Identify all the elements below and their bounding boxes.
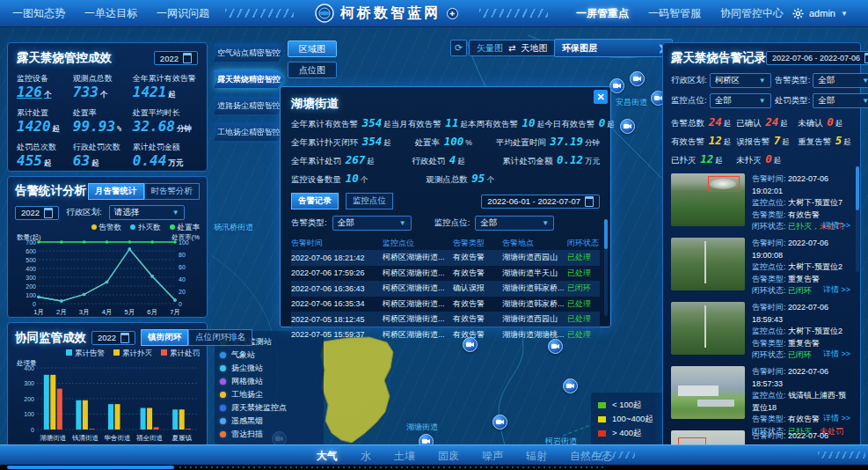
username[interactable]: admin xyxy=(809,8,835,18)
mode-button-0[interactable]: 空气站点精密智控 xyxy=(214,44,284,62)
table-vscrollbar[interactable] xyxy=(604,219,608,316)
gear-icon[interactable] xyxy=(792,8,804,19)
cards-vscrollbar[interactable] xyxy=(856,166,859,272)
camera-marker-icon[interactable] xyxy=(620,119,635,134)
popup-date-range-picker[interactable]: 2022-06-01 - 2022-07-07 xyxy=(481,195,600,209)
alarm-card[interactable]: 告警时间: 2022-07-06 19:00:08监控点位: 大树下-预置位2告… xyxy=(671,238,852,296)
nav-item-2[interactable]: 一网识问题 xyxy=(157,6,209,21)
table-row[interactable]: 2022-07-05 18:12:45柯桥区湖塘街道...有效告警湖塘街道西园山… xyxy=(291,312,600,327)
alarm-photo[interactable] xyxy=(671,366,745,419)
mode-button-1[interactable]: 露天禁烧精密智控 xyxy=(214,70,284,88)
view-button-1[interactable]: 点位图 xyxy=(288,62,337,78)
popup-tab-1[interactable]: 监控点位 xyxy=(346,193,393,209)
alarm-detail-link[interactable]: 详情 >> xyxy=(823,220,850,232)
alarm-photo[interactable] xyxy=(671,238,745,290)
kpi-value[interactable]: 126个 xyxy=(17,84,51,100)
year-picker[interactable]: 2022 xyxy=(154,51,198,65)
record-filter-select[interactable]: 全部▼ xyxy=(813,93,868,108)
layer-dot-icon xyxy=(220,405,226,411)
year-picker[interactable]: 2022 xyxy=(91,331,135,345)
camera-marker-icon[interactable] xyxy=(609,78,624,93)
alarm-type-label: 告警类型: xyxy=(752,415,788,423)
table-row[interactable]: 2022-07-06 18:21:42柯桥区湖塘街道...有效告警湖塘街道西园山… xyxy=(291,250,600,266)
record-filter-value: 全部 xyxy=(818,75,835,86)
alarm-card-info: 告警时间: 2022-07-06 19:00:08监控点位: 大树下-预置位2告… xyxy=(752,238,852,296)
popup-tab-0[interactable]: 告警记录 xyxy=(291,193,339,209)
record-stat-unit: 起 xyxy=(724,137,732,146)
alarm-card[interactable]: 告警时间: 2022-07-06 19:02:01监控点位: 大树下-预置位7告… xyxy=(671,173,852,231)
alarm-detail-link[interactable]: 详情 >> xyxy=(823,284,850,297)
legend-label: 累计告警 xyxy=(75,349,105,357)
basemap-vector-label[interactable]: 矢量图 xyxy=(477,42,503,55)
alarm-detail-link[interactable]: 详情 >> xyxy=(823,413,850,425)
bottom-tab-5[interactable]: 辐射 xyxy=(526,449,547,464)
chevron-down-icon: ▼ xyxy=(542,219,549,227)
region-filter-label: 行政区划: xyxy=(66,207,102,218)
record-filter-select[interactable]: 全部▼ xyxy=(710,93,771,108)
popup-stat: 全年累计扑灭闭环 354起 xyxy=(291,135,391,149)
alarm-tab-1[interactable]: 时告警分析 xyxy=(144,183,201,200)
layer-legend-item-1[interactable]: 气象站 xyxy=(220,349,318,362)
record-stat-value: 24 xyxy=(709,115,722,129)
alarm-detail-link[interactable]: 详情 >> xyxy=(823,349,850,361)
table-row[interactable]: 2022-07-06 16:36:43柯桥区湖塘街道...确认误报湖塘街道韩家桥… xyxy=(291,281,600,297)
layer-legend-item-2[interactable]: 扬尘微站 xyxy=(220,362,318,375)
basemap-tianditu-label[interactable]: 天地图 xyxy=(521,42,547,55)
view-button-0[interactable]: 区域图 xyxy=(288,40,337,57)
chevron-down-icon: ▼ xyxy=(862,97,868,105)
popup-filter-select-0[interactable]: 全部▼ xyxy=(332,216,412,231)
camera-marker-icon[interactable] xyxy=(630,71,645,86)
nav-item-1[interactable]: 一单达目标 xyxy=(84,6,137,21)
bottom-tab-3[interactable]: 固废 xyxy=(438,449,459,464)
close-icon[interactable]: ✕ xyxy=(594,90,608,104)
svg-text:数量(起): 数量(起) xyxy=(17,233,41,241)
svg-text:夏履镇: 夏履镇 xyxy=(171,434,192,442)
mode-button-3[interactable]: 工地扬尘精密智控 xyxy=(214,123,284,141)
popup-stat-unit: 起 xyxy=(383,138,391,147)
svg-text:60: 60 xyxy=(179,264,186,270)
layer-legend-item-7[interactable]: 雷达扫描 xyxy=(220,428,318,441)
table-cell: 2022-07-05 15:59:37 xyxy=(291,330,383,339)
camera-marker-icon[interactable] xyxy=(563,378,578,393)
nav-item-0[interactable]: 一图知态势 xyxy=(12,6,65,21)
popup-filter-select-1[interactable]: 全部▼ xyxy=(475,216,554,231)
alarm-card[interactable]: 告警时间: 2022-07-06 18:59:43监控点位: 大树下-预置位2告… xyxy=(671,302,852,360)
swap-icon: ⇄ xyxy=(508,43,515,53)
alarm-photo[interactable] xyxy=(671,302,745,355)
popup-stat-unit: 起 xyxy=(460,120,468,129)
camera-marker-icon[interactable] xyxy=(492,415,507,430)
layer-legend-item-4[interactable]: 工地扬尘 xyxy=(220,388,318,401)
bottom-progress-bar[interactable] xyxy=(7,466,174,469)
alarm-photo[interactable] xyxy=(671,173,745,226)
bottom-tab-4[interactable]: 噪声 xyxy=(482,449,503,464)
record-filter-select[interactable]: 柯桥区▼ xyxy=(710,73,771,88)
basemap-toggle[interactable]: 矢量图 ⇄ 天地图 xyxy=(469,40,555,56)
layer-legend-item-6[interactable]: 遥感黑烟 xyxy=(220,415,318,428)
year-picker[interactable]: 2022 xyxy=(15,206,59,220)
coop-tab-1[interactable]: 点位闭环排名 xyxy=(188,329,252,346)
coop-tab-0[interactable]: 镇街闭环 xyxy=(141,329,188,346)
table-row[interactable]: 2022-07-05 15:59:37柯桥区湖塘街道...有效告警湖塘街道湖塘桃… xyxy=(291,327,600,343)
panel-title: 协同监管成效 xyxy=(15,330,86,346)
alarm-tab-0[interactable]: 月告警统计 xyxy=(88,183,144,200)
mode-button-2[interactable]: 道路扬尘精密智控 xyxy=(214,97,284,114)
record-filter-select[interactable]: 全部▼ xyxy=(813,73,868,88)
env-layers-button[interactable]: 环保图层 ❯ xyxy=(554,39,673,57)
alarm-card[interactable]: 告警时间: 2022-07-06 18:57:33监控点位: 钱清镇上浦西-预置… xyxy=(671,366,852,424)
nav-item-right-2[interactable]: 协同管控中心 xyxy=(720,6,784,21)
table-row[interactable]: 2022-07-06 16:35:34柯桥区湖塘街道...有效告警湖塘街道韩家桥… xyxy=(291,297,600,312)
user-menu[interactable]: admin ▼ xyxy=(792,8,848,19)
region-select[interactable]: 请选择 ▼ xyxy=(109,205,185,220)
layer-legend-item-5[interactable]: 露天禁烧监控点 xyxy=(220,401,318,415)
nav-item-right-1[interactable]: 一码智管服 xyxy=(648,6,701,21)
table-row[interactable]: 2022-07-06 17:59:26柯桥区湖塘街道...有效告警湖塘街道半天山… xyxy=(291,266,600,282)
bottom-tab-2[interactable]: 土壤 xyxy=(394,449,415,464)
record-stat-3: 有效告警 12起 xyxy=(671,134,736,148)
nav-item-right-0[interactable]: 一屏管重点 xyxy=(576,6,629,21)
bottom-tab-1[interactable]: 水 xyxy=(361,449,371,464)
map-refresh-button[interactable]: ⟳ xyxy=(450,40,467,56)
layer-legend-item-3[interactable]: 网格微站 xyxy=(220,375,318,388)
bottom-tab-0[interactable]: 大气 xyxy=(317,449,338,464)
popup-stat-unit: 起 xyxy=(383,120,391,129)
date-range-picker[interactable]: 2022-07-06 - 2022-07-06 xyxy=(766,51,868,65)
